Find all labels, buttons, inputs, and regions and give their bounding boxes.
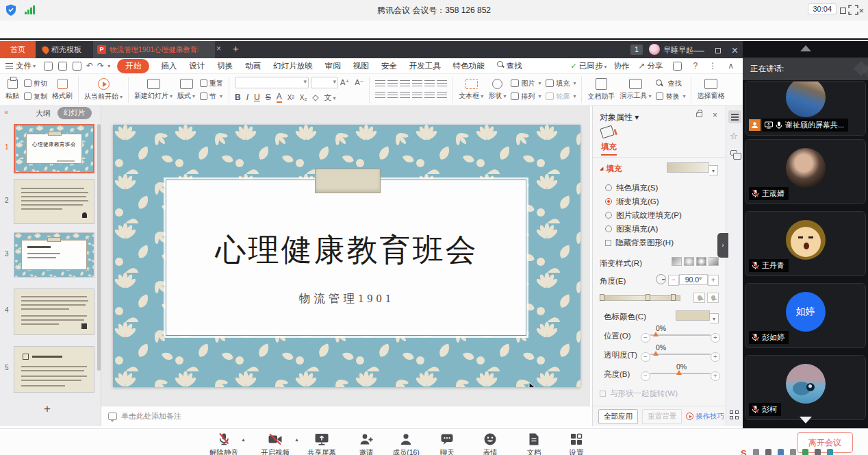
- reset-button[interactable]: 重置: [200, 79, 223, 88]
- line-spacing-icon[interactable]: [437, 92, 447, 100]
- present-tools-button[interactable]: 演示工具▾: [620, 79, 651, 101]
- video-tile[interactable]: 王丹青: [745, 211, 866, 276]
- sync-status[interactable]: ✓ 已同步▾: [571, 61, 607, 71]
- text-direction-icon[interactable]: [424, 80, 435, 88]
- network-signal-icon[interactable]: [25, 5, 35, 14]
- brightness-increase[interactable]: +: [711, 371, 720, 381]
- brightness-decrease[interactable]: −: [641, 371, 650, 381]
- bullet-list-icon[interactable]: [375, 80, 385, 88]
- close-button[interactable]: ×: [858, 5, 864, 16]
- menu-file[interactable]: 文件▾: [0, 61, 41, 71]
- new-slide-button[interactable]: 新建幻灯片▾: [134, 79, 173, 101]
- decrease-font-button[interactable]: A⁻: [355, 78, 363, 87]
- brightness-slider[interactable]: −0%+: [641, 367, 720, 381]
- font-color-button[interactable]: A: [277, 92, 282, 103]
- superscript-button[interactable]: X²: [288, 94, 294, 101]
- bold-button[interactable]: B: [235, 93, 241, 102]
- tray-icon[interactable]: [802, 449, 808, 455]
- slide-title[interactable]: 心理健康教育班会: [166, 230, 527, 271]
- fullscreen-icon[interactable]: [848, 5, 858, 15]
- selection-pane-button[interactable]: 选择窗格: [697, 79, 724, 101]
- slide-sorter-grid-icon[interactable]: [730, 410, 739, 419]
- stop-color-dropdown[interactable]: ▾: [676, 310, 719, 323]
- more-icon[interactable]: ⋮: [709, 61, 717, 71]
- find-button[interactable]: 查找: [656, 79, 685, 88]
- help-icon[interactable]: ?: [693, 61, 698, 71]
- reset-background-button[interactable]: 重置背景: [642, 409, 682, 424]
- tab-outline[interactable]: 大纲: [36, 108, 51, 119]
- start-video-button[interactable]: 开启视频: [253, 432, 297, 455]
- distribute-icon[interactable]: [424, 92, 435, 100]
- tray-icon[interactable]: [827, 449, 833, 455]
- unmute-button[interactable]: 解除静音: [202, 432, 246, 455]
- notes-bar[interactable]: 单击此处添加备注: [101, 406, 590, 426]
- angle-decrease[interactable]: −: [668, 275, 679, 286]
- add-stop-button[interactable]: +: [693, 293, 705, 303]
- numbered-list-icon[interactable]: [387, 80, 398, 88]
- scroll-down-icon[interactable]: [800, 417, 812, 423]
- align-center-icon[interactable]: [387, 92, 398, 100]
- members-button[interactable]: 成员(16): [384, 432, 428, 455]
- beautify-star-icon[interactable]: ☆: [730, 131, 738, 141]
- redo-icon[interactable]: ↷: [97, 61, 104, 71]
- copy-button[interactable]: 复制: [24, 92, 47, 101]
- increase-font-button[interactable]: A⁺: [340, 78, 349, 87]
- wps-maximize-button[interactable]: [715, 48, 721, 53]
- tray-icon[interactable]: [790, 449, 796, 455]
- settings-button[interactable]: 设置: [554, 432, 598, 455]
- video-tile[interactable]: 彭柯: [745, 355, 866, 420]
- gradient-stop-buttons[interactable]: + −: [693, 293, 719, 304]
- menu-slideshow[interactable]: 幻灯片放映: [267, 61, 319, 71]
- format-painter-button[interactable]: 格式刷: [52, 79, 73, 101]
- fill-section-header[interactable]: 填充: [600, 164, 622, 174]
- paragraph-mark-icon[interactable]: [437, 80, 447, 88]
- fill-button[interactable]: 填充▾: [546, 79, 576, 88]
- tab-document[interactable]: P 物流管理1901心理健康教育班会: [93, 41, 215, 58]
- menu-insert[interactable]: 插入: [155, 61, 183, 71]
- rotate-with-shape-checkbox[interactable]: 与形状一起旋转(W): [600, 389, 678, 399]
- menu-view[interactable]: 视图: [347, 61, 375, 71]
- tray-icon[interactable]: [765, 449, 771, 455]
- thumbnail-scrollbar[interactable]: [97, 124, 101, 371]
- italic-button[interactable]: I: [246, 93, 248, 102]
- align-left-icon[interactable]: [375, 92, 385, 100]
- outline-button[interactable]: 轮廓▾: [546, 92, 576, 101]
- tips-link[interactable]: 操作技巧: [686, 412, 724, 421]
- menu-find[interactable]: 查找: [491, 61, 528, 71]
- slide-thumbnail-3[interactable]: [14, 232, 94, 278]
- menu-transition[interactable]: 切换: [211, 61, 239, 71]
- slide-title-card[interactable]: 心理健康教育班会 物流管理1901: [166, 180, 526, 336]
- radio-pattern-fill[interactable]: 图案填充(A): [605, 224, 658, 234]
- position-decrease[interactable]: −: [641, 333, 650, 343]
- panel-close-icon[interactable]: ×: [713, 110, 717, 120]
- slide-subtitle[interactable]: 物流管理1901: [166, 291, 527, 306]
- increase-indent-icon[interactable]: [412, 80, 422, 88]
- textbox-button[interactable]: 文本框▾: [459, 79, 483, 101]
- angle-increase[interactable]: +: [708, 275, 719, 286]
- animation-shapes-icon[interactable]: [730, 150, 737, 156]
- user-avatar[interactable]: [649, 44, 660, 55]
- wps-close-button[interactable]: ×: [732, 45, 738, 57]
- undo-icon[interactable]: ↶: [86, 61, 93, 71]
- share-button[interactable]: ↗分享: [636, 61, 663, 71]
- security-shield-icon[interactable]: [5, 4, 16, 16]
- justify-icon[interactable]: [412, 92, 422, 100]
- collapse-panel-icon[interactable]: «: [4, 108, 8, 116]
- shapes-button[interactable]: 形状▾: [488, 79, 506, 101]
- decrease-indent-icon[interactable]: [400, 80, 410, 88]
- print-icon[interactable]: [58, 62, 67, 71]
- video-tile[interactable]: 如婷 彭如婷: [745, 283, 866, 348]
- user-name[interactable]: 早睡早起: [663, 45, 693, 56]
- tray-icon[interactable]: [778, 449, 784, 455]
- tray-icon[interactable]: [753, 449, 759, 455]
- tab-slides[interactable]: 幻灯片: [58, 107, 92, 119]
- checkbox-hide-background[interactable]: 隐藏背景图形(H): [605, 238, 674, 248]
- collaborate-button[interactable]: 协作: [613, 61, 629, 71]
- video-options-caret[interactable]: ▲: [294, 437, 299, 442]
- chat-button[interactable]: 聊天: [425, 432, 469, 455]
- layout-button[interactable]: 版式▾: [177, 79, 195, 101]
- paste-button[interactable]: 粘贴: [5, 79, 19, 101]
- radio-texture-fill[interactable]: 图片或纹理填充(P): [605, 210, 682, 221]
- font-size-select[interactable]: [311, 77, 338, 88]
- text-effect-button[interactable]: 文▾: [324, 93, 336, 103]
